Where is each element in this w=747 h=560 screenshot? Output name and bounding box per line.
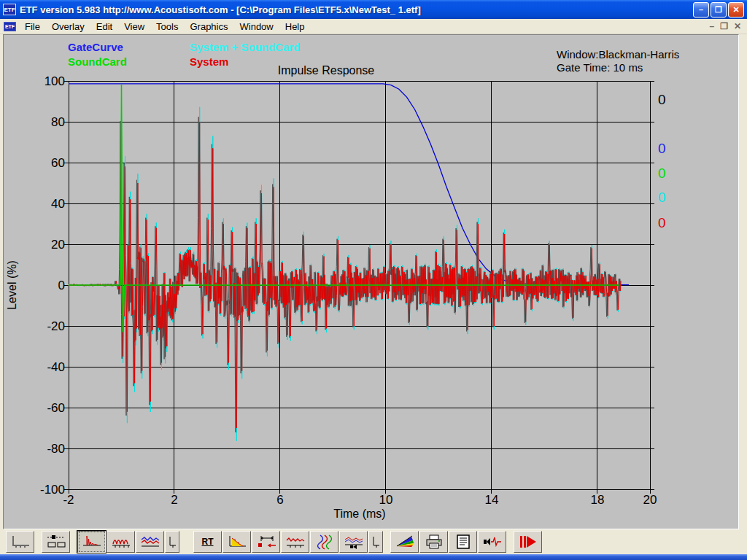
x-axis-label: Time (ms) (4, 508, 716, 521)
y-tick-n20: -20 (31, 319, 65, 334)
y-tick-n40: -40 (31, 360, 65, 375)
menu-help[interactable]: Help (279, 20, 311, 34)
toolbar-speaker-graph-button[interactable] (339, 531, 368, 553)
y-tick-20: 20 (31, 238, 65, 252)
panels-settings-icon (45, 534, 67, 550)
menu-tools[interactable]: Tools (150, 20, 184, 34)
menu-overlay[interactable]: Overlay (46, 20, 90, 34)
small-axis-a-icon (167, 534, 177, 550)
toolbar-small-axis-b-button[interactable] (368, 531, 383, 553)
menu-bar: ETF File Overlay Edit View Tools Graphic… (0, 19, 747, 34)
menu-file[interactable]: File (19, 20, 46, 34)
rgb-sines-icon (314, 534, 336, 550)
mdi-close-button[interactable]: ✕ (734, 21, 741, 31)
x-tick-2: 2 (152, 493, 196, 508)
x-tick-n2: -2 (47, 493, 90, 508)
toolbar-measure-run-button[interactable] (514, 531, 542, 553)
x-tick-20: 20 (628, 493, 672, 508)
toolbar-speaker-pulse-button[interactable] (478, 531, 506, 553)
x-tick-10: 10 (364, 493, 408, 508)
toolbar-wavy-response-button[interactable] (281, 531, 309, 553)
overlay-curves-icon (139, 534, 161, 550)
legend-system-soundcard: System + SoundCard (190, 41, 300, 53)
impulse-response-icon (81, 534, 103, 550)
bottom-toolbar: RT (0, 529, 747, 554)
toolbar-gate-markers-button[interactable] (252, 531, 280, 553)
app-icon: ETF (3, 4, 16, 15)
menu-edit[interactable]: Edit (90, 20, 118, 34)
chart-panel: GateCurve SoundCard System + SoundCard S… (3, 34, 739, 529)
offset-marker-blue: 0 (658, 141, 666, 157)
y-tick-40: 40 (31, 197, 65, 211)
speaker-pulse-icon (481, 534, 503, 550)
toolbar-waterfall-wedge-button[interactable] (390, 531, 419, 553)
speaker-graph-icon (343, 534, 365, 550)
rt60-icon: RT (202, 537, 214, 547)
mdi-restore-button[interactable]: ❐ (720, 21, 728, 31)
toolbar-small-axis-a-button[interactable] (165, 531, 179, 553)
mdi-system-icon[interactable]: ETF (4, 22, 16, 31)
y-axis-label: Level (%) (6, 176, 19, 394)
graph-axis-icon (9, 534, 31, 550)
y-tick-0: 0 (31, 279, 65, 293)
taskbar-edge (0, 554, 747, 560)
impulse-response-plot[interactable] (4, 35, 738, 529)
small-axis-b-icon (371, 534, 381, 550)
window-function-label: Window:Blackman-Harris (557, 48, 679, 61)
close-button[interactable]: ✕ (728, 2, 744, 18)
toolbar-energy-decay-button[interactable] (222, 531, 251, 553)
toolbar-overlay-curves-button[interactable] (136, 531, 164, 553)
run-measurement-icon (517, 534, 539, 550)
y-tick-60: 60 (31, 156, 65, 171)
gate-markers-icon (255, 534, 277, 550)
toolbar-graph-axis-button[interactable] (6, 531, 34, 553)
energy-decay-icon (226, 534, 248, 550)
toolbar-rt60-button[interactable]: RT (193, 531, 222, 553)
menu-view[interactable]: View (118, 20, 150, 34)
toolbar-rgb-sines-button[interactable] (310, 531, 338, 553)
printer-icon (423, 534, 445, 550)
y-tick-n80: -80 (31, 442, 65, 456)
y-tick-n60: -60 (31, 401, 65, 416)
legend-gatecurve: GateCurve (68, 41, 123, 53)
title-bar: ETF ETF version 5.983 http://www.Acousti… (0, 0, 747, 19)
toolbar-frequency-sines-button[interactable] (107, 531, 135, 553)
window-title: ETF version 5.983 http://www.Acoustisoft… (20, 4, 693, 15)
wavy-response-icon (285, 534, 306, 550)
offset-marker-green: 0 (658, 166, 666, 182)
y-tick-80: 80 (31, 115, 65, 130)
offset-marker-red: 0 (658, 215, 666, 231)
y-tick-100: 100 (31, 74, 65, 89)
toolbar-notes-document-button[interactable] (449, 531, 477, 553)
offset-marker-black: 0 (658, 92, 666, 108)
document-icon (452, 534, 474, 550)
menu-window[interactable]: Window (234, 20, 279, 34)
minimize-button[interactable]: – (693, 2, 709, 18)
waterfall-wedge-icon (394, 534, 416, 550)
x-tick-18: 18 (576, 493, 619, 508)
offset-marker-cyan: 0 (658, 190, 666, 206)
mdi-minimize-button[interactable]: – (709, 21, 714, 31)
menu-graphics[interactable]: Graphics (184, 20, 233, 34)
x-tick-14: 14 (470, 493, 514, 508)
frequency-sines-icon (110, 534, 132, 550)
x-tick-6: 6 (258, 493, 302, 508)
toolbar-print-button[interactable] (419, 531, 448, 553)
toolbar-panels-settings-button[interactable] (42, 531, 70, 553)
chart-title: Impulse Response (4, 64, 649, 77)
toolbar-impulse-response-button[interactable] (77, 531, 106, 553)
restore-button[interactable]: ❐ (711, 2, 727, 18)
